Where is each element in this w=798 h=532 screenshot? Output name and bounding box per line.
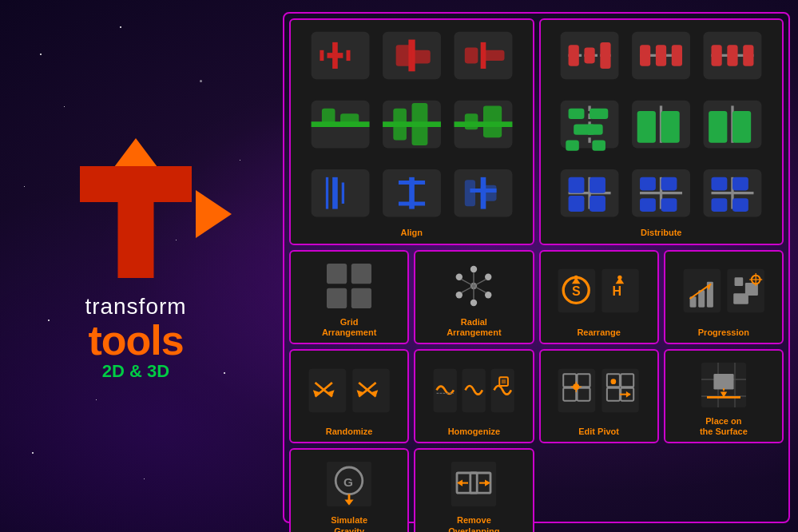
svg-rect-7 [395, 45, 411, 66]
tool-card-progression[interactable]: Progression [664, 250, 784, 344]
svg-rect-15 [322, 109, 335, 125]
svg-rect-64 [661, 111, 680, 143]
svg-text:S: S [572, 284, 581, 298]
randomize-icons-area [300, 357, 399, 423]
homogenize-label: Homogenize [448, 427, 500, 437]
brand-2d3d-label: 2D & 3D [85, 361, 186, 382]
homogenize-icons-area [424, 357, 523, 423]
tool-card-rearrange[interactable]: S H Rearrange [539, 250, 659, 344]
svg-rect-73 [590, 177, 605, 193]
edit-pivot-icons-area [549, 357, 648, 423]
svg-rect-125 [733, 294, 748, 304]
svg-rect-91 [351, 264, 371, 284]
svg-rect-19 [393, 109, 407, 141]
randomize-label: Randomize [326, 427, 373, 437]
svg-rect-75 [590, 196, 605, 212]
svg-rect-11 [465, 48, 478, 64]
edit-pivot-label: Edit Pivot [578, 427, 619, 437]
radial-arrangement-label: RadialArrangement [447, 317, 501, 338]
svg-rect-40 [569, 45, 579, 66]
tool-card-remove-overlapping[interactable]: RemoveOverlapping [414, 448, 534, 532]
tool-card-edit-pivot[interactable]: Edit Pivot [539, 349, 659, 443]
simulate-gravity-svg: G [321, 456, 377, 512]
tools-grid-panel: Align [283, 12, 790, 523]
tool-card-distribute[interactable]: Distribute [539, 18, 784, 245]
tool-card-simulate-gravity[interactable]: G SimulateGravity [289, 448, 409, 532]
svg-rect-57 [566, 140, 579, 150]
align-icons-area [306, 26, 518, 224]
svg-point-157 [611, 379, 617, 384]
tool-card-homogenize[interactable]: Homogenize [414, 349, 534, 443]
distribute-label: Distribute [641, 228, 681, 238]
svg-rect-59 [587, 125, 603, 135]
svg-point-95 [470, 265, 477, 272]
svg-rect-87 [732, 177, 748, 191]
svg-rect-42 [601, 42, 611, 69]
distribute-icons-area [555, 26, 767, 224]
svg-line-105 [462, 286, 474, 292]
svg-rect-46 [656, 45, 666, 66]
svg-rect-90 [327, 264, 347, 284]
svg-line-106 [462, 279, 474, 285]
svg-rect-68 [732, 111, 751, 143]
svg-rect-82 [661, 198, 677, 212]
grid-arrangement-icons-area [300, 258, 399, 314]
progression-svg [674, 267, 773, 315]
svg-line-103 [474, 286, 486, 292]
remove-overlapping-label: RemoveOverlapping [448, 515, 499, 532]
svg-rect-89 [732, 198, 748, 212]
svg-rect-50 [712, 45, 722, 66]
progression-label: Progression [698, 328, 749, 338]
svg-rect-172 [451, 462, 496, 506]
svg-rect-80 [661, 177, 677, 191]
svg-rect-60 [593, 140, 606, 150]
svg-rect-123 [734, 278, 743, 287]
svg-rect-141 [502, 379, 506, 383]
svg-rect-81 [640, 198, 656, 212]
svg-rect-79 [640, 177, 656, 191]
grid-arrangement-svg [321, 258, 377, 314]
svg-rect-25 [311, 169, 369, 217]
tool-card-grid-arrangement[interactable]: GridArrangement [289, 250, 409, 344]
svg-rect-23 [465, 113, 478, 129]
svg-rect-37 [480, 185, 496, 201]
svg-rect-47 [672, 45, 682, 66]
logo-t-shape [80, 150, 192, 278]
align-label: Align [401, 228, 423, 238]
svg-rect-63 [637, 111, 656, 143]
svg-line-102 [474, 279, 486, 285]
svg-rect-24 [483, 105, 502, 137]
simulate-gravity-label: SimulateGravity [331, 515, 367, 532]
svg-rect-45 [640, 45, 650, 66]
place-surface-icons-area [674, 357, 773, 413]
simulate-gravity-icons-area: G [300, 456, 399, 512]
rearrange-icons-area: S H [549, 258, 648, 324]
distribute-icon-svg [555, 26, 767, 224]
rearrange-svg: S H [549, 267, 648, 315]
svg-rect-88 [712, 198, 728, 212]
radial-arrangement-svg [446, 258, 502, 314]
brand-text: transform tools 2D & 3D [85, 294, 186, 382]
svg-rect-55 [569, 109, 585, 119]
svg-point-98 [470, 299, 477, 305]
svg-rect-52 [743, 45, 753, 66]
svg-rect-8 [411, 50, 430, 64]
remove-overlapping-svg [446, 456, 502, 512]
edit-pivot-svg [549, 367, 648, 415]
svg-rect-93 [351, 288, 371, 308]
svg-rect-51 [728, 45, 738, 66]
svg-rect-58 [590, 109, 608, 119]
left-panel: transform tools 2D & 3D [0, 0, 272, 532]
svg-rect-20 [411, 103, 427, 145]
logo-arrow-right [196, 190, 232, 238]
svg-rect-67 [709, 111, 727, 143]
svg-rect-36 [465, 180, 475, 206]
tool-card-align[interactable]: Align [289, 18, 534, 245]
tool-card-randomize[interactable]: Randomize [289, 349, 409, 443]
tool-card-place-surface[interactable]: Place onthe Surface [664, 349, 784, 443]
tool-card-radial-arrangement[interactable]: RadialArrangement [414, 250, 534, 344]
progression-icons-area [674, 258, 773, 324]
svg-rect-72 [569, 177, 585, 193]
homogenize-svg [424, 367, 523, 415]
logo-arrow-up [112, 138, 160, 170]
